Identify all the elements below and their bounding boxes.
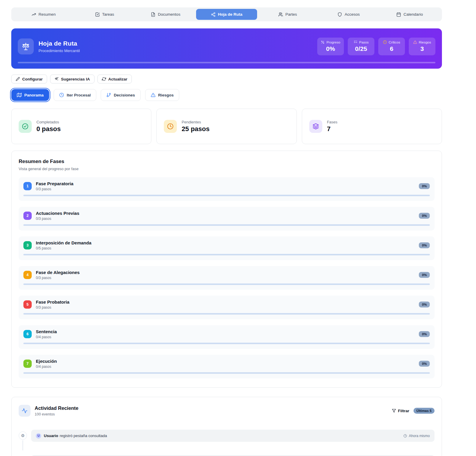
stat-value: 0/25: [351, 45, 371, 52]
phase-row-2[interactable]: 2 Actuaciones Previas 0/3 pasos 0%: [19, 207, 435, 231]
clock-icon: [403, 434, 407, 438]
phase-steps: 0/3 pasos: [36, 305, 69, 310]
git-branch-icon: [106, 93, 111, 97]
alert-triangle-icon: [151, 93, 156, 97]
refresh-label: Actualizar: [108, 77, 128, 81]
phase-row-5[interactable]: 5 Fase Probatoria 0/3 pasos 0%: [19, 296, 435, 319]
alert-circle-icon: [383, 40, 387, 44]
tab-riesgos[interactable]: Riesgos: [145, 89, 179, 101]
phases-panel: Resumen de Fases Vista general del progr…: [11, 151, 442, 388]
nav-tab-hoja-de-ruta[interactable]: Hoja de Ruta: [196, 9, 257, 20]
phase-row-4[interactable]: 4 Fase de Alegaciones 0/3 pasos 0%: [19, 266, 435, 290]
phase-progress-bar: [23, 372, 430, 374]
nav-tab-partes[interactable]: Partes: [257, 9, 318, 20]
trending-up-icon: [31, 12, 36, 17]
phase-number-badge: 5: [23, 300, 32, 309]
nav-tab-label: Accesos: [344, 12, 360, 17]
last-five-badge[interactable]: Últimas 5: [414, 408, 435, 414]
phase-row-1[interactable]: 1 Fase Preparatoria 0/3 pasos 0%: [19, 177, 435, 201]
card-value: 7: [327, 125, 337, 133]
phase-row-7[interactable]: 7 Ejecución 0/4 pasos 0%: [19, 355, 435, 378]
nav-tab-documentos[interactable]: Documentos: [135, 9, 196, 20]
event-user: Usuario: [44, 434, 58, 438]
phase-percent-badge: 0%: [419, 272, 430, 278]
phase-row-3[interactable]: 3 Interposición de Demanda 0/5 pasos 0%: [19, 236, 435, 260]
stat-progreso: Progreso 0%: [317, 38, 344, 55]
header-progress-bar: [18, 62, 435, 63]
card-label: Completados: [36, 120, 61, 124]
alert-triangle-icon: [413, 40, 417, 44]
activity-title: Actividad Reciente: [35, 405, 78, 411]
page-subtitle: Procedimiento Mercantil: [39, 49, 80, 53]
activity-panel: Actividad Reciente 100 eventos Filtrar Ú…: [11, 397, 442, 456]
card-label: Fases: [327, 120, 337, 124]
stat-value: 3: [412, 45, 432, 52]
tab-panorama[interactable]: Panorama: [11, 89, 49, 101]
phase-percent-badge: 0%: [419, 361, 430, 367]
clock-icon: [164, 120, 177, 133]
ai-suggestions-button[interactable]: Sugerencias IA: [50, 75, 94, 83]
filter-label: Filtrar: [398, 409, 409, 413]
calendar-icon: [396, 12, 401, 17]
phase-name: Ejecución: [36, 359, 57, 364]
phase-percent-badge: 0%: [419, 242, 430, 248]
nav-tab-label: Resumen: [39, 12, 56, 17]
event-timestamp: Ahora mismo: [403, 434, 430, 438]
ai-suggestions-label: Sugerencias IA: [61, 77, 90, 81]
nav-tab-tareas[interactable]: Tareas: [74, 9, 135, 20]
stat-pasos: Pasos 0/25: [348, 38, 374, 55]
stat-value: 6: [382, 45, 401, 52]
top-navigation: Resumen Tareas Documentos Hoja de Ruta P…: [11, 7, 442, 21]
check-circle-icon: [19, 120, 32, 133]
header-stats: Progreso 0% Pasos 0/25 Críticos 6: [317, 38, 435, 55]
phase-name: Interposición de Demanda: [36, 240, 92, 245]
layers-icon: [309, 120, 322, 133]
phase-percent-badge: 0%: [419, 302, 430, 307]
phase-row-6[interactable]: 6 Sentencia 0/4 pasos 0%: [19, 325, 435, 349]
tab-label: Panorama: [24, 93, 44, 97]
phase-number-badge: 2: [23, 212, 32, 220]
event-text: registró pestaña consultada: [60, 434, 107, 438]
nav-tab-calendario[interactable]: Calendario: [379, 9, 440, 20]
sparkles-icon: [55, 77, 59, 81]
configure-button[interactable]: Configurar: [11, 75, 47, 83]
phase-name: Fase Probatoria: [36, 299, 69, 304]
activity-count: 100 eventos: [35, 412, 78, 416]
activity-event-row[interactable]: U Usuario registró pestaña consultada Ah…: [31, 430, 435, 442]
scales-icon: [18, 38, 34, 54]
tab-decisiones[interactable]: Decisiones: [101, 89, 140, 101]
workflow-icon: [211, 12, 216, 17]
phase-name: Sentencia: [36, 329, 57, 334]
phase-list: 1 Fase Preparatoria 0/3 pasos 0% 2 Actua…: [19, 177, 435, 378]
refresh-button[interactable]: Actualizar: [97, 75, 132, 83]
clock-icon: [59, 93, 64, 97]
nav-tab-label: Tareas: [102, 12, 114, 17]
phase-percent-badge: 0%: [419, 213, 430, 219]
phase-progress-bar: [23, 224, 430, 226]
card-fases: Fases 7: [302, 109, 442, 144]
card-pendientes: Pendientes 25 pasos: [156, 109, 297, 144]
nav-tab-label: Documentos: [158, 12, 180, 17]
activity-timeline: ⚙ U Usuario registró pestaña consultada …: [19, 430, 435, 456]
phase-progress-bar: [23, 283, 430, 285]
percent-icon: [321, 40, 325, 44]
nav-tab-resumen[interactable]: Resumen: [13, 9, 74, 20]
configure-label: Configurar: [22, 77, 43, 81]
tab-label: Iter Procesal: [67, 93, 91, 97]
tab-label: Riesgos: [158, 93, 174, 97]
phase-progress-bar: [23, 254, 430, 255]
gear-icon: ⚙: [19, 431, 27, 440]
phase-progress-bar: [23, 313, 430, 315]
users-icon: [278, 12, 283, 17]
document-icon: [151, 12, 156, 17]
roadmap-header: Hoja de Ruta Procedimiento Mercantil Pro…: [11, 28, 442, 69]
view-tabs: Panorama Iter Procesal Decisiones Riesgo…: [11, 89, 442, 101]
phase-steps: 0/3 pasos: [36, 276, 80, 280]
phase-steps: 0/5 pasos: [36, 246, 92, 250]
filter-button[interactable]: Filtrar: [392, 409, 409, 413]
nav-tab-accesos[interactable]: Accesos: [318, 9, 379, 20]
card-label: Pendientes: [182, 120, 209, 124]
phase-number-badge: 3: [23, 241, 32, 249]
tab-iter-procesal[interactable]: Iter Procesal: [54, 89, 96, 101]
funnel-icon: [392, 409, 396, 413]
